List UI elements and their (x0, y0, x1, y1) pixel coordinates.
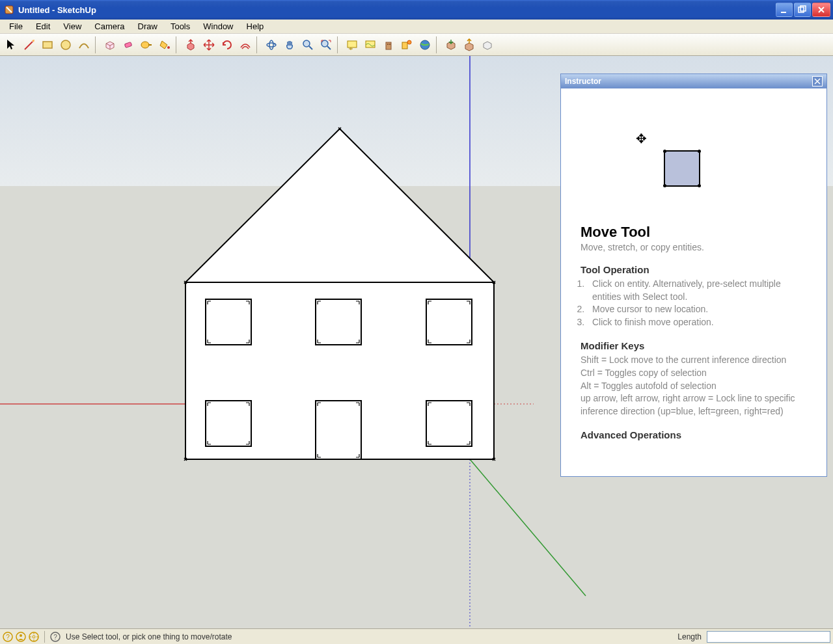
svg-rect-6 (124, 42, 131, 47)
svg-rect-23 (206, 299, 251, 345)
tool-photo-textures[interactable] (398, 36, 415, 53)
menu-edit[interactable]: Edit (29, 20, 57, 33)
minimize-button[interactable] (776, 3, 793, 17)
app-icon (4, 5, 14, 15)
tool-move[interactable] (200, 36, 217, 53)
menu-window[interactable]: Window (197, 20, 239, 33)
instructor-tool-title: Move Tool (580, 224, 807, 241)
measurement-input[interactable] (707, 631, 830, 643)
status-help-icon[interactable]: ? (3, 632, 13, 642)
maximize-button[interactable] (794, 3, 811, 17)
svg-rect-1 (781, 12, 786, 13)
instructor-subtitle: Move, stretch, or copy entities. (580, 242, 807, 252)
tool-paint-bucket[interactable] (156, 36, 173, 53)
menu-file[interactable]: File (3, 20, 29, 33)
svg-marker-21 (185, 129, 494, 282)
status-hint-icon: ? (50, 632, 61, 642)
svg-point-10 (269, 40, 273, 49)
svg-rect-18 (402, 42, 407, 49)
tool-line[interactable] (21, 36, 38, 53)
tool-share-model[interactable] (461, 36, 478, 53)
measurement-label: Length (677, 632, 704, 641)
svg-point-11 (303, 40, 310, 47)
operation-list: Click on entity. Alternatively, pre-sele… (578, 278, 807, 329)
menu-help[interactable]: Help (240, 20, 271, 33)
close-button[interactable] (812, 3, 830, 17)
tool-orbit[interactable] (263, 36, 280, 53)
viewport[interactable]: Instructor ✥ Move Tool Move, stretch, or… (0, 56, 833, 628)
operation-heading: Tool Operation (580, 264, 807, 275)
tool-pan[interactable] (281, 36, 298, 53)
svg-rect-16 (387, 44, 389, 45)
tool-tape-measure[interactable] (138, 36, 155, 53)
status-geo-icon[interactable] (29, 632, 39, 642)
window-buttons (776, 0, 833, 20)
svg-rect-26 (206, 401, 251, 446)
menu-tools[interactable]: Tools (164, 20, 197, 33)
instructor-title-bar[interactable]: Instructor (561, 74, 826, 88)
svg-point-12 (321, 40, 328, 47)
tool-preview-google-earth[interactable] (416, 36, 433, 53)
svg-rect-25 (426, 299, 472, 345)
status-user-icon[interactable] (16, 632, 26, 642)
instructor-title: Instructor (565, 77, 601, 86)
svg-rect-28 (316, 401, 361, 459)
window-title: Untitled - SketchUp (18, 5, 776, 15)
tool-offset[interactable] (237, 36, 254, 53)
modifier-heading: Modifier Keys (580, 340, 807, 351)
svg-point-19 (407, 40, 411, 44)
svg-rect-13 (348, 41, 357, 47)
svg-text:?: ? (6, 634, 10, 641)
move-cursor-icon: ✥ (636, 131, 647, 146)
operation-step: Click to finish move operation. (587, 316, 807, 329)
svg-rect-3 (800, 6, 806, 11)
svg-rect-4 (43, 42, 52, 48)
green-axis-solid (470, 459, 586, 596)
menu-view[interactable]: View (57, 20, 88, 33)
instructor-body[interactable]: ✥ Move Tool Move, stretch, or copy entit… (561, 88, 826, 476)
tool-get-models[interactable] (443, 36, 459, 53)
menu-bar: File Edit View Camera Draw Tools Window … (0, 20, 833, 34)
tool-rotate[interactable] (219, 36, 236, 53)
tool-toggle-terrain[interactable] (362, 36, 379, 53)
svg-rect-27 (426, 401, 472, 446)
svg-rect-24 (316, 299, 361, 345)
tool-zoom-extents[interactable] (318, 36, 335, 53)
tool-add-location[interactable] (344, 36, 361, 53)
house-drawing (185, 129, 494, 459)
svg-text:?: ? (53, 634, 57, 641)
tool-add-building[interactable] (380, 36, 397, 53)
status-hint-text: Use Select tool, or pick one thing to mo… (63, 632, 675, 641)
modifier-keys-text: Shift = Lock move to the current inferen… (580, 354, 807, 418)
tool-rectangle[interactable] (39, 36, 56, 53)
svg-rect-15 (386, 42, 391, 49)
svg-rect-17 (389, 44, 390, 45)
operation-step: Click on entity. Alternatively, pre-sele… (587, 278, 807, 303)
instructor-close-button[interactable] (812, 76, 823, 87)
svg-point-32 (20, 634, 22, 637)
advanced-heading: Advanced Operations (580, 429, 807, 440)
tool-push-pull[interactable] (182, 36, 199, 53)
svg-rect-14 (366, 41, 375, 47)
tool-make-component[interactable] (102, 36, 118, 53)
svg-point-8 (167, 46, 170, 49)
status-bar: ? ? Use Select tool, or pick one thing t… (0, 628, 833, 644)
sample-cube-icon (664, 150, 700, 187)
toolbar (0, 34, 833, 56)
tool-extension-warehouse[interactable] (479, 36, 496, 53)
instructor-panel: Instructor ✥ Move Tool Move, stretch, or… (560, 74, 827, 477)
tool-eraser[interactable] (120, 36, 137, 53)
svg-rect-2 (799, 7, 804, 12)
tool-zoom[interactable] (299, 36, 316, 53)
tool-arc[interactable] (75, 36, 92, 53)
operation-step: Move cursor to new location. (587, 303, 807, 316)
svg-point-7 (141, 42, 149, 48)
menu-camera[interactable]: Camera (88, 20, 131, 33)
tool-circle[interactable] (57, 36, 74, 53)
svg-point-34 (33, 636, 35, 638)
menu-draw[interactable]: Draw (131, 20, 164, 33)
svg-point-5 (61, 40, 70, 49)
tool-select[interactable] (3, 36, 20, 53)
title-bar: Untitled - SketchUp (0, 0, 833, 20)
instructor-illustration: ✥ (561, 88, 826, 219)
